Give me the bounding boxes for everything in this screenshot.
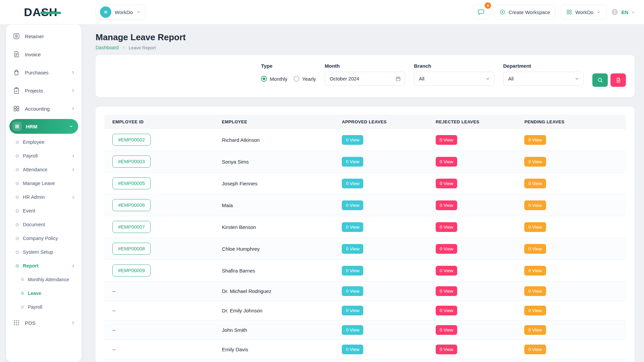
approved-leaves-view-button[interactable]: 0 View [342,157,363,167]
employee-id-button[interactable]: #EMP00007 [112,221,151,233]
sidebar-item-projects[interactable]: Projects [9,83,78,98]
pending-leaves-view-button[interactable]: 0 View [524,157,546,167]
pending-leaves-view-button[interactable]: 0 View [524,306,546,315]
workdo-menu-button[interactable]: WorkDo [560,5,606,19]
sidebar-item-company-policy[interactable]: Company Policy [9,233,78,244]
rejected-leaves-cell: 0 View [428,173,516,194]
topbar: DASH WorkDo 0 Create Workspace WorkDo [0,0,644,24]
sidebar-item-monthly-attendance[interactable]: Monthly Attendance [9,274,78,285]
rejected-leaves-view-button[interactable]: 0 View [436,345,457,354]
pending-leaves-view-button[interactable]: 0 View [524,345,546,354]
rejected-leaves-view-button[interactable]: 0 View [436,157,457,167]
sidebar-item-system-setup[interactable]: System Setup [9,246,78,258]
sidebar-item-report[interactable]: Report [9,260,78,272]
approved-leaves-view-button[interactable]: 0 View [342,222,363,232]
workspace-switcher[interactable]: WorkDo [96,4,145,20]
pending-leaves-view-button[interactable]: 0 View [524,266,546,276]
rejected-leaves-view-button[interactable]: 0 View [436,266,457,276]
sidebar-item-retainer[interactable]: Retainer [9,28,78,44]
sidebar-item-pos[interactable]: POS [9,315,78,330]
app-logo[interactable]: DASH [24,6,57,18]
messages-button[interactable]: 0 [473,5,489,19]
month-value: October 2024 [330,76,359,81]
sidebar-item-accounting[interactable]: Accounting [9,101,78,116]
sidebar-item-label: Monthly Attendance [28,277,75,282]
rejected-leaves-view-button[interactable]: 0 View [436,179,457,188]
sidebar-item-hr-admin[interactable]: HR Admin [9,191,78,203]
pending-leaves-cell: 0 View [516,260,626,282]
sidebar-item-attendance[interactable]: Attendance [9,164,78,175]
sidebar-item-report-payroll[interactable]: Payroll [9,301,78,313]
export-button[interactable] [610,73,626,87]
department-value: All [508,76,514,81]
approved-leaves-cell: 0 View [334,173,428,194]
type-label: Type [261,63,316,69]
approved-leaves-cell: 0 View [334,260,428,282]
create-workspace-button[interactable]: Create Workspace [494,5,556,19]
type-radio-yearly[interactable]: Yearly [293,76,316,82]
type-radio-monthly[interactable]: Monthly [261,76,287,82]
chevron-down-icon [69,124,73,129]
month-input[interactable]: October 2024 [325,72,405,86]
employee-id-button[interactable]: #EMP00003 [112,156,151,168]
sidebar-item-payroll[interactable]: Payroll [9,150,78,162]
rejected-leaves-view-button[interactable]: 0 View [436,244,457,254]
employee-id-button[interactable]: #EMP00005 [112,177,151,189]
sidebar-item-purchases[interactable]: Purchases [9,65,78,80]
employee-id-cell: #EMP00007 [104,216,214,238]
search-button[interactable] [592,73,608,87]
employee-name-cell: Dr. Michael Rodriguez [214,282,334,301]
pending-leaves-view-button[interactable]: 0 View [524,325,546,335]
workdo-menu-label: WorkDo [575,9,593,15]
approved-leaves-view-button[interactable]: 0 View [342,200,363,210]
approved-leaves-view-button[interactable]: 0 View [342,179,363,188]
employee-id-button[interactable]: #EMP00008 [112,243,151,255]
language-selector[interactable]: EN [611,8,635,16]
chevron-right-icon [71,264,75,268]
rejected-leaves-view-button[interactable]: 0 View [436,325,457,335]
pending-leaves-view-button[interactable]: 0 View [524,200,546,210]
employee-id-cell: #EMP00002 [104,129,214,151]
breadcrumb: Dashboard Leave Report [96,45,635,50]
department-select[interactable]: All [503,72,584,86]
branch-select[interactable]: All [414,72,494,86]
sidebar-item-document[interactable]: Document [9,219,78,230]
employee-name-cell: Chloe Humphrey [214,238,334,260]
rejected-leaves-view-button[interactable]: 0 View [436,135,457,145]
pending-leaves-view-button[interactable]: 0 View [524,244,546,254]
employee-id-button[interactable]: #EMP00006 [112,199,151,211]
employee-id-cell: #EMP00003 [104,151,214,173]
pending-leaves-view-button[interactable]: 0 View [524,286,546,296]
sidebar-item-event[interactable]: Event [9,205,78,217]
approved-leaves-view-button[interactable]: 0 View [342,266,363,276]
sidebar-item-manage-leave[interactable]: Manage Leave [9,178,78,189]
sidebar-item-leave[interactable]: Leave [9,288,78,299]
rejected-leaves-view-button[interactable]: 0 View [436,286,457,296]
breadcrumb-dashboard-link[interactable]: Dashboard [96,45,119,50]
approved-leaves-view-button[interactable]: 0 View [342,306,363,315]
approved-leaves-view-button[interactable]: 0 View [342,286,363,296]
pending-leaves-view-button[interactable]: 0 View [524,135,546,145]
sidebar-item-employee[interactable]: Employee [9,136,78,148]
sidebar-item-label: POS [25,320,67,326]
table-row: -- Dr. Michael Rodriguez 0 View 0 View 0… [104,282,626,301]
chevron-right-icon [71,195,75,199]
approved-leaves-view-button[interactable]: 0 View [342,135,363,145]
employee-id-button[interactable]: #EMP00002 [112,134,151,146]
approved-leaves-cell: 0 View [334,151,428,173]
pending-leaves-view-button[interactable]: 0 View [524,222,546,232]
employee-id-button[interactable]: #EMP00009 [112,264,151,277]
department-label: Department [503,63,584,69]
approved-leaves-view-button[interactable]: 0 View [342,345,363,354]
table-row: #EMP00007 Kirsten Benson 0 View 0 View 0… [104,216,626,238]
pending-leaves-view-button[interactable]: 0 View [524,179,546,188]
approved-leaves-view-button[interactable]: 0 View [342,244,363,254]
sidebar-item-invoice[interactable]: Invoice [9,47,78,62]
rejected-leaves-view-button[interactable]: 0 View [436,222,457,232]
rejected-leaves-view-button[interactable]: 0 View [436,306,457,315]
sidebar-item-hrm[interactable]: HRM [9,119,78,134]
rejected-leaves-view-button[interactable]: 0 View [436,200,457,210]
approved-leaves-view-button[interactable]: 0 View [342,325,363,335]
radio-label: Monthly [270,76,287,82]
chevron-right-icon [71,154,75,158]
